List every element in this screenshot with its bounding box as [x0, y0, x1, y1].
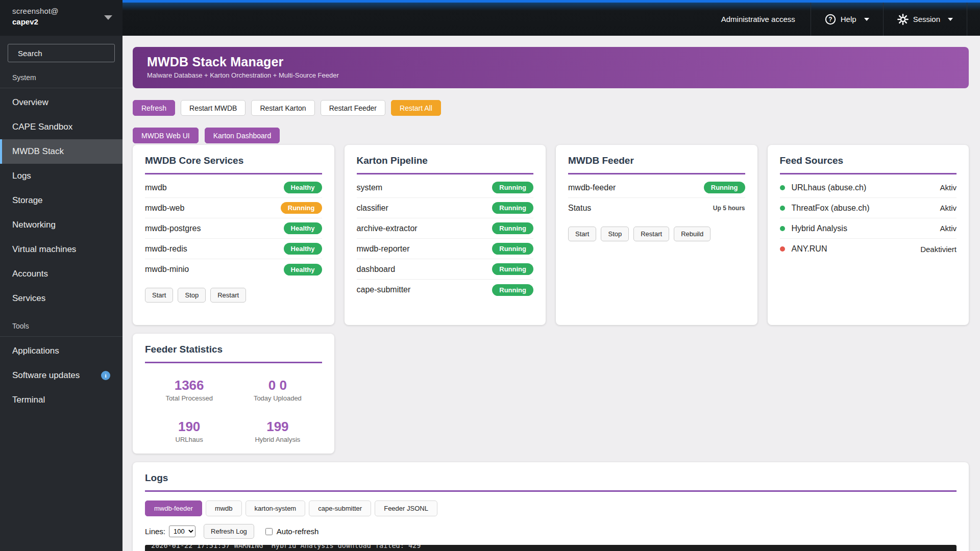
host-user: screenshot@: [12, 7, 114, 15]
host-selector[interactable]: screenshot@ capev2: [0, 0, 122, 36]
source-name: ThreatFox (abuse.ch): [792, 204, 934, 213]
auto-refresh-label: Auto-refresh: [277, 527, 319, 536]
sidebar-item-accounts[interactable]: Accounts: [0, 262, 122, 286]
service-name: mwdb: [145, 183, 167, 192]
source-state: Aktiv: [940, 204, 957, 212]
auto-refresh-checkbox[interactable]: [265, 528, 273, 535]
status-badge: Running: [492, 202, 533, 214]
sidebar-item-logs[interactable]: Logs: [0, 164, 122, 188]
card-feeder-statistics: Feeder Statistics 1366 Total Processed 0…: [133, 334, 334, 454]
sidebar-item-services[interactable]: Services: [0, 286, 122, 311]
sidebar-item-overview[interactable]: Overview: [0, 90, 122, 115]
log-tabs: mwdb-feeder mwdb karton-system cape-subm…: [145, 500, 957, 516]
gear-icon: [897, 14, 909, 25]
sidebar-item-mwdb-stack[interactable]: MWDB Stack: [0, 139, 122, 164]
service-row: mwdb-minio Healthy: [145, 259, 322, 280]
rebuild-button[interactable]: Rebuild: [674, 227, 710, 241]
sidebar-item-applications[interactable]: Applications: [0, 339, 122, 363]
tab-feeder-jsonl[interactable]: Feeder JSONL: [375, 500, 437, 516]
service-name: mwdb-feeder: [568, 183, 616, 192]
host-name: capev2: [12, 17, 114, 26]
help-menu[interactable]: ? Help: [811, 3, 883, 36]
card-mwdb-feeder: MWDB Feeder mwdb-feeder Running Status U…: [556, 145, 757, 325]
status-dot-icon: [780, 206, 785, 211]
stat-total-processed: 1366 Total Processed: [145, 378, 233, 402]
info-icon: i: [101, 371, 110, 380]
sidebar-item-storage[interactable]: Storage: [0, 188, 122, 213]
restart-all-button[interactable]: Restart All: [391, 100, 441, 116]
stat-label: Hybrid Analysis: [233, 436, 322, 443]
tab-karton-system[interactable]: karton-system: [246, 500, 306, 516]
card-title: Logs: [145, 472, 957, 492]
feed-source-row: URLhaus (abuse.ch) Aktiv: [780, 178, 957, 198]
lines-select[interactable]: 100: [169, 525, 195, 537]
svg-text:?: ?: [828, 16, 832, 23]
status-label: Status: [568, 204, 591, 213]
stat-value: 0 0: [233, 378, 322, 393]
administrative-access-button[interactable]: Administrative access: [721, 3, 795, 36]
page-title: MWDB Stack Manager: [147, 55, 954, 69]
mwdb-web-ui-link[interactable]: MWDB Web UI: [133, 128, 199, 143]
source-name: Hybrid Analysis: [792, 224, 934, 233]
status-badge: Healthy: [284, 243, 322, 255]
card-mwdb-core-services: MWDB Core Services mwdb Healthy mwdb-web…: [133, 145, 334, 325]
restart-mwdb-button[interactable]: Restart MWDB: [181, 100, 246, 116]
service-name: classifier: [357, 204, 388, 213]
card-title: Karton Pipeline: [357, 155, 534, 174]
status-badge: Healthy: [284, 264, 322, 276]
service-row: mwdb-reporter Running: [357, 239, 534, 259]
action-buttons: Refresh Restart MWDB Restart Karton Rest…: [133, 100, 969, 116]
card-title: MWDB Core Services: [145, 155, 322, 174]
uptime-value: Up 5 hours: [713, 205, 745, 212]
service-name: mwdb-postgres: [145, 224, 201, 233]
service-name: dashboard: [357, 265, 396, 274]
card-title: Feed Sources: [780, 155, 957, 174]
restart-button[interactable]: Restart: [633, 227, 669, 241]
refresh-button[interactable]: Refresh: [133, 100, 175, 116]
service-name: mwdb-redis: [145, 244, 187, 254]
service-name: cape-submitter: [357, 285, 411, 294]
restart-feeder-button[interactable]: Restart Feeder: [321, 100, 385, 116]
search-box[interactable]: [8, 44, 115, 62]
source-name: ANY.RUN: [792, 244, 914, 254]
source-state: Deaktiviert: [920, 245, 957, 254]
stop-button[interactable]: Stop: [178, 288, 206, 303]
restart-karton-button[interactable]: Restart Karton: [251, 100, 314, 116]
refresh-log-button[interactable]: Refresh Log: [204, 524, 254, 539]
status-badge: Running: [492, 182, 533, 193]
card-logs: Logs mwdb-feeder mwdb karton-system cape…: [133, 462, 969, 551]
sidebar-item-terminal[interactable]: Terminal: [0, 388, 122, 412]
log-viewer[interactable]: 2026-01-22 17:51:57 WARNING Hybrid Analy…: [145, 545, 957, 551]
tab-mwdb-feeder[interactable]: mwdb-feeder: [145, 500, 202, 516]
nav-section-system: System Overview CAPE Sandbox MWDB Stack …: [0, 73, 122, 311]
start-button[interactable]: Start: [145, 288, 173, 303]
stop-button[interactable]: Stop: [601, 227, 629, 241]
sidebar-item-software-updates[interactable]: Software updates i: [0, 363, 122, 388]
sidebar-item-virtual-machines[interactable]: Virtual machines: [0, 237, 122, 262]
card-karton-pipeline: Karton Pipeline system Running classifie…: [345, 145, 546, 325]
sidebar-item-networking[interactable]: Networking: [0, 213, 122, 237]
stat-hybrid-analysis: 199 Hybrid Analysis: [233, 419, 322, 443]
card-title: MWDB Feeder: [568, 155, 745, 174]
sidebar-item-cape-sandbox[interactable]: CAPE Sandbox: [0, 115, 122, 139]
service-row: classifier Running: [357, 198, 534, 218]
service-row: mwdb Healthy: [145, 178, 322, 198]
feed-source-row: Hybrid Analysis Aktiv: [780, 218, 957, 239]
feed-source-row: ThreatFox (abuse.ch) Aktiv: [780, 198, 957, 218]
status-dot-icon: [780, 246, 785, 252]
karton-dashboard-link[interactable]: Karton Dashboard: [205, 128, 280, 143]
start-button[interactable]: Start: [568, 227, 596, 241]
session-menu[interactable]: Session: [884, 3, 967, 36]
search-input[interactable]: [18, 49, 119, 58]
log-controls: Lines: 100 Refresh Log Auto-refresh: [145, 524, 957, 539]
restart-button[interactable]: Restart: [210, 288, 246, 303]
tab-cape-submitter[interactable]: cape-submitter: [309, 500, 371, 516]
link-buttons: MWDB Web UI Karton Dashboard: [133, 128, 969, 143]
chevron-down-icon: [104, 15, 112, 20]
nav-section-tools: Tools Applications Software updates i Te…: [0, 322, 122, 412]
tab-mwdb[interactable]: mwdb: [206, 500, 242, 516]
service-row: system Running: [357, 178, 534, 198]
page-header: MWDB Stack Manager Malware Database + Ka…: [133, 47, 969, 88]
status-badge: Healthy: [284, 182, 322, 193]
service-row: dashboard Running: [357, 259, 534, 280]
